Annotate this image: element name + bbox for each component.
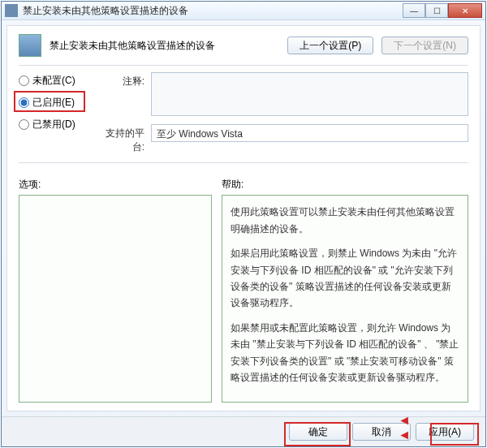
help-text: 如果启用此策略设置，则禁止 Windows 为未由 "允许安装与下列设备 ID … <box>231 245 459 312</box>
radio-disabled-input[interactable] <box>19 119 29 130</box>
divider-2 <box>19 162 468 163</box>
config-row: 未配置(C) 已启用(E) 已禁用(D) 注释: 支持的平 <box>19 72 468 154</box>
help-text: 使用此策略设置可以禁止安装未由任何其他策略设置明确描述的设备。 <box>231 204 459 237</box>
previous-setting-button[interactable]: 上一个设置(P) <box>287 37 373 54</box>
content-area: 禁止安装未由其他策略设置描述的设备 上一个设置(P) 下一个设置(N) 未配置(… <box>6 25 481 411</box>
panels: 使用此策略设置可以禁止安装未由任何其他策略设置明确描述的设备。 如果启用此策略设… <box>19 195 468 403</box>
radio-enabled[interactable]: 已启用(E) <box>19 96 96 110</box>
radio-enabled-input[interactable] <box>19 97 29 108</box>
titlebar: 禁止安装未由其他策略设置描述的设备 — ☐ ✕ <box>2 2 485 20</box>
minimize-button[interactable]: — <box>403 3 425 18</box>
comment-input[interactable] <box>151 72 468 116</box>
comment-row: 注释: <box>96 72 468 116</box>
arrow-icon: ◄ <box>398 429 411 442</box>
help-panel: 使用此策略设置可以禁止安装未由任何其他策略设置明确描述的设备。 如果启用此策略设… <box>222 195 468 403</box>
options-panel <box>19 195 212 403</box>
header-row: 禁止安装未由其他策略设置描述的设备 上一个设置(P) 下一个设置(N) <box>19 34 468 57</box>
ok-button[interactable]: 确定 <box>289 423 347 441</box>
radio-disabled[interactable]: 已禁用(D) <box>19 118 96 131</box>
window-title: 禁止安装未由其他策略设置描述的设备 <box>23 4 403 18</box>
radio-disabled-label: 已禁用(D) <box>32 118 75 131</box>
policy-icon <box>19 34 41 57</box>
radio-not-configured-input[interactable] <box>19 75 29 86</box>
arrow-icon: ◄ <box>398 414 411 427</box>
footer: ◄ ◄ 确定 取消 应用(A) <box>2 416 485 446</box>
app-icon <box>5 4 18 17</box>
comment-label: 注释: <box>96 72 144 88</box>
maximize-button[interactable]: ☐ <box>425 3 448 18</box>
platform-label: 支持的平台: <box>96 124 144 154</box>
policy-editor-window: 禁止安装未由其他策略设置描述的设备 — ☐ ✕ 禁止安装未由其他策略设置描述的设… <box>1 1 486 447</box>
platform-value: 至少 Windows Vista <box>151 124 468 142</box>
close-button[interactable]: ✕ <box>448 3 482 18</box>
radio-not-configured-label: 未配置(C) <box>32 74 75 88</box>
platform-row: 支持的平台: 至少 Windows Vista <box>96 124 468 154</box>
divider <box>19 65 468 66</box>
radio-enabled-label: 已启用(E) <box>32 96 75 110</box>
apply-button[interactable]: 应用(A) <box>416 423 474 441</box>
help-text: 如果禁用或未配置此策略设置，则允许 Windows 为未由 "禁止安装与下列设备… <box>231 320 459 386</box>
options-label: 选项: <box>19 178 222 192</box>
help-label: 帮助: <box>222 178 244 192</box>
radio-not-configured[interactable]: 未配置(C) <box>19 74 96 88</box>
policy-title: 禁止安装未由其他策略设置描述的设备 <box>50 39 279 53</box>
state-radios: 未配置(C) 已启用(E) 已禁用(D) <box>19 72 96 154</box>
window-controls: — ☐ ✕ <box>403 3 482 18</box>
fields-column: 注释: 支持的平台: 至少 Windows Vista <box>96 72 468 154</box>
next-setting-button: 下一个设置(N) <box>381 37 468 54</box>
panel-labels: 选项: 帮助: <box>19 178 468 192</box>
